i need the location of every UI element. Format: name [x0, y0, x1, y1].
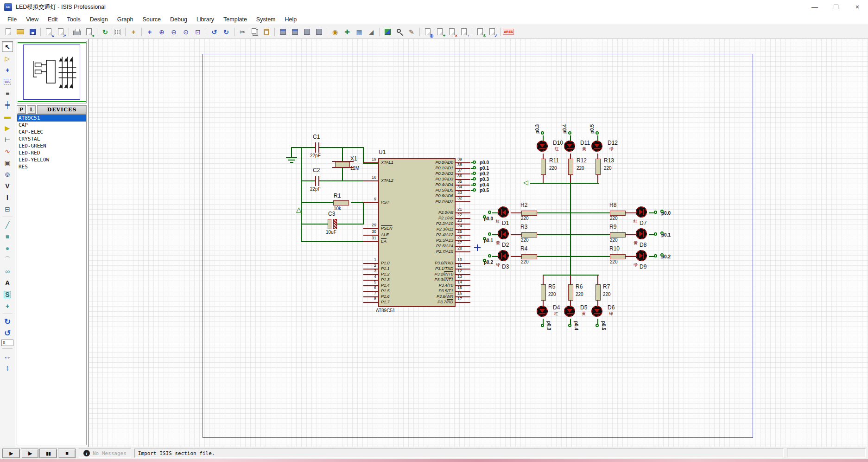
wire-24[interactable]: [318, 176, 319, 186]
toolbar-block-copy[interactable]: [277, 26, 289, 38]
wire-53[interactable]: [570, 276, 571, 284]
wire-39[interactable]: [626, 212, 636, 213]
sim-pause[interactable]: ▮▮: [39, 449, 57, 458]
mode-2d-text[interactable]: A: [2, 277, 13, 288]
wire-2[interactable]: [286, 157, 297, 158]
window-button-maximize[interactable]: [825, 0, 847, 14]
toolbar-6[interactable]: [69, 28, 69, 36]
cap-c3-plate[interactable]: [328, 219, 331, 229]
window-button-minimize[interactable]: —: [804, 0, 825, 14]
led-d5[interactable]: [564, 306, 575, 317]
device-cap[interactable]: CAP: [17, 122, 86, 128]
toolbar-remove-sheet[interactable]: ×: [446, 26, 458, 38]
pick-devices-button[interactable]: P: [17, 105, 26, 114]
sim-stop[interactable]: ■: [58, 449, 76, 458]
toolbar-9[interactable]: [97, 28, 97, 36]
wire-48[interactable]: [537, 256, 610, 257]
mode-2d-box[interactable]: ■: [2, 231, 13, 242]
res-r7[interactable]: [596, 284, 601, 301]
mode-x-mirror[interactable]: ↔: [2, 351, 13, 362]
led-d2[interactable]: [498, 228, 509, 239]
mode-component-mode[interactable]: ▷: [2, 53, 13, 64]
mode-tape-recorder[interactable]: ▣: [2, 157, 13, 168]
toolbar-pick-device[interactable]: ◉: [329, 26, 341, 38]
toolbar-new-file[interactable]: [2, 26, 14, 38]
toolbar-import-section[interactable]: ↘: [43, 26, 55, 38]
mode-2d-marker[interactable]: +: [2, 301, 13, 311]
wire-47[interactable]: [511, 256, 521, 257]
led-d6[interactable]: [591, 306, 602, 317]
toolbar-export-section[interactable]: ↗: [55, 26, 67, 38]
mode-selection-pointer[interactable]: ↖: [2, 41, 13, 52]
mode-subcircuit[interactable]: ▬: [2, 111, 13, 122]
cap-c3-plate-hatched[interactable]: [333, 219, 337, 229]
toolbar-search-tag[interactable]: [393, 26, 405, 38]
toolbar-27[interactable]: [274, 28, 275, 36]
toolbar-block-delete[interactable]: [313, 26, 325, 38]
mode-2d-path[interactable]: ∞: [2, 266, 13, 276]
wire-9[interactable]: [342, 147, 343, 162]
res-r9[interactable]: [610, 232, 626, 237]
toolbar-23[interactable]: [234, 28, 234, 36]
toolbar-3[interactable]: [40, 28, 41, 36]
message-box[interactable]: i No Messages: [79, 449, 131, 458]
mode-device-pin[interactable]: ⊢: [2, 134, 13, 145]
res-r5[interactable]: [541, 284, 546, 301]
mode-angle-input[interactable]: 0: [1, 340, 13, 346]
mode-rotate-clockwise[interactable]: ↻: [2, 316, 13, 327]
menu-debug[interactable]: Debug: [165, 15, 192, 24]
mode-15[interactable]: [2, 217, 13, 217]
toolbar-center-at-cursor[interactable]: +: [144, 26, 156, 38]
device-cap-elec[interactable]: CAP-ELEC: [17, 128, 86, 135]
toolbar-32[interactable]: [327, 28, 327, 36]
mode-y-mirror[interactable]: ↕: [2, 363, 13, 373]
terminal-circle-1[interactable]: [488, 232, 491, 236]
wire-1[interactable]: [291, 147, 292, 157]
terminal-circle-9[interactable]: [541, 324, 544, 327]
wire-28[interactable]: [543, 154, 544, 159]
wire-15[interactable]: [363, 202, 364, 225]
toolbar-37[interactable]: [379, 28, 380, 36]
mode-text-script[interactable]: ≡: [2, 88, 13, 98]
library-manage-button[interactable]: L: [27, 105, 36, 114]
res-r1[interactable]: [333, 200, 349, 205]
wire-56[interactable]: [570, 301, 571, 306]
res-r8[interactable]: [610, 211, 626, 216]
mode-28[interactable]: [2, 348, 13, 349]
mode-wire-label[interactable]: LBL: [2, 76, 13, 87]
toolbar-46[interactable]: [472, 28, 472, 36]
wire-43[interactable]: [537, 234, 610, 235]
menu-library[interactable]: Library: [192, 15, 219, 24]
device-at89c51[interactable]: AT89C51: [17, 115, 86, 122]
mode-generator-mode[interactable]: ⊚: [2, 169, 13, 180]
device-res[interactable]: RES: [17, 163, 86, 170]
wire-20[interactable]: [315, 142, 316, 153]
res-r2[interactable]: [521, 211, 537, 216]
toolbar-origin[interactable]: +: [127, 26, 139, 38]
mode-24[interactable]: [2, 314, 13, 314]
wire-35[interactable]: [570, 183, 571, 276]
toolbar-packaging-tool[interactable]: ▦: [353, 26, 365, 38]
wire-23[interactable]: [315, 176, 316, 186]
wire-0[interactable]: [291, 147, 363, 148]
window-button-close[interactable]: ×: [847, 0, 868, 14]
toolbar-make-device[interactable]: ✚: [341, 26, 353, 38]
terminal-circle-0[interactable]: [488, 211, 491, 214]
terminal-circle-7[interactable]: [568, 131, 571, 135]
wire-44[interactable]: [626, 234, 636, 235]
led-d9[interactable]: [636, 250, 647, 261]
wire-16[interactable]: [301, 224, 329, 225]
toolbar-14[interactable]: [141, 28, 142, 36]
sim-play[interactable]: ▶: [2, 449, 20, 458]
mode-2d-line[interactable]: ╱: [2, 219, 13, 230]
toolbar-zoom-in[interactable]: ⊕: [156, 26, 168, 38]
toolbar-open-folder[interactable]: [14, 26, 26, 38]
crystal-x1-body[interactable]: [335, 162, 350, 167]
wire-37[interactable]: [511, 212, 521, 213]
toolbar-print[interactable]: [71, 26, 83, 38]
menu-view[interactable]: View: [21, 15, 43, 24]
terminal-circle-8[interactable]: [596, 131, 599, 135]
terminal-circle-5[interactable]: [654, 254, 657, 257]
toolbar-20[interactable]: [206, 28, 206, 36]
wire-30[interactable]: [597, 154, 598, 159]
